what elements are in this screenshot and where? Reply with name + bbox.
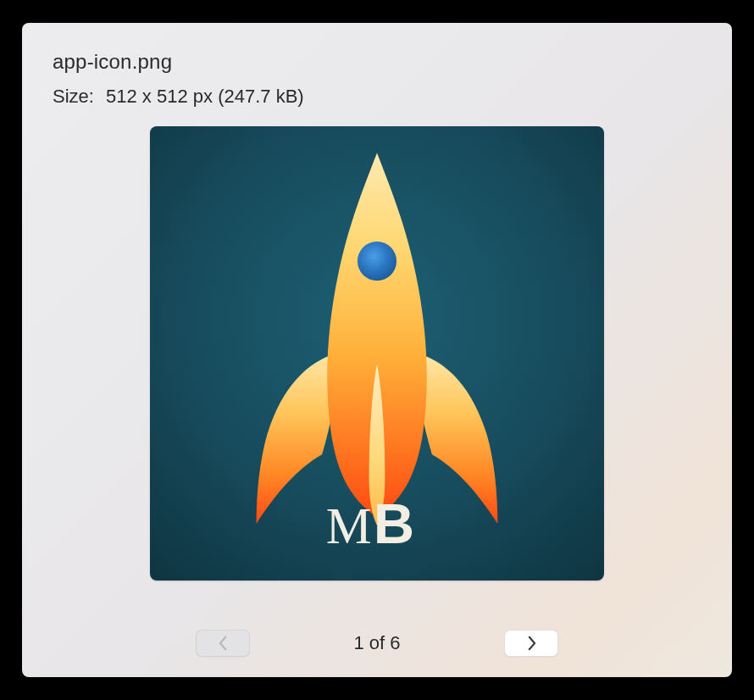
badge-b: B <box>374 492 414 555</box>
file-dimensions: 512 x 512 px <box>106 86 213 107</box>
page-indicator: 1 of 6 <box>343 632 411 654</box>
svg-point-1 <box>358 242 396 281</box>
quicklook-panel: app-icon.png Size: 512 x 512 px (247.7 k… <box>22 23 732 677</box>
image-preview: M B <box>150 126 604 581</box>
pager: 1 of 6 <box>53 618 701 657</box>
next-button[interactable] <box>504 630 558 657</box>
previous-button[interactable] <box>196 630 250 657</box>
chevron-left-icon <box>218 636 229 651</box>
preview-area: M B <box>53 126 701 618</box>
chevron-right-icon <box>526 636 537 651</box>
file-name: app-icon.png <box>53 50 701 74</box>
size-label: Size: <box>53 86 94 107</box>
file-size-line: Size: 512 x 512 px (247.7 kB) <box>53 86 701 108</box>
file-filesize: (247.7 kB) <box>218 86 304 107</box>
rocket-icon: M B <box>150 126 604 581</box>
badge-m: M <box>326 497 372 554</box>
